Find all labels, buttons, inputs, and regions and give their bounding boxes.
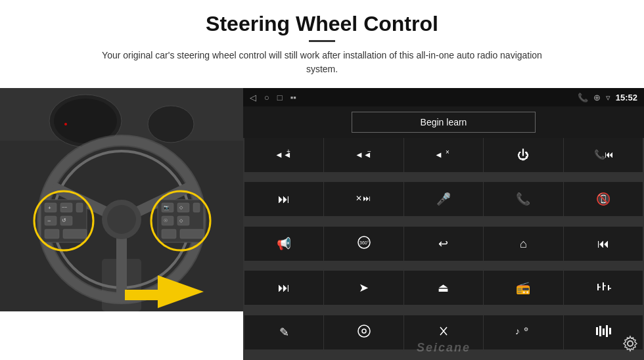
- page-title: Steering Wheel Control: [39, 12, 605, 36]
- mute-icon: ◄ ×: [434, 147, 453, 164]
- svg-text:+: +: [287, 148, 290, 155]
- back-cell[interactable]: ↩: [404, 227, 483, 261]
- phone-call-icon: 📞: [516, 193, 530, 205]
- eq-icon: [595, 281, 611, 296]
- home-icon: ⌂: [520, 238, 527, 250]
- content-section: + ~~ − ↺ 📷 ◇: [0, 88, 644, 360]
- recents-nav-icon[interactable]: □: [277, 93, 283, 102]
- steering-wheel-panel: + ~~ − ↺ 📷 ◇: [0, 88, 243, 311]
- svg-text:⚙: ⚙: [524, 326, 528, 332]
- mic-cell[interactable]: 🎤: [404, 182, 483, 216]
- bars-icon: [595, 325, 611, 340]
- bluetooth-cell[interactable]: [404, 315, 483, 349]
- home-cell[interactable]: ⌂: [484, 227, 563, 261]
- svg-rect-65: [596, 327, 598, 335]
- steering-bg: + ~~ − ↺ 📷 ◇: [0, 88, 243, 311]
- svg-text:−: −: [367, 148, 371, 155]
- svg-point-4: [64, 123, 67, 125]
- fast-fwd-icon: ⏭: [278, 282, 290, 294]
- svg-text:⏮: ⏮: [605, 149, 612, 160]
- vol-up-icon: ◄◄ +: [275, 147, 293, 164]
- hang-up-cell[interactable]: 📵: [564, 182, 643, 216]
- vol-up-cell[interactable]: ◄◄ +: [244, 138, 323, 172]
- svg-rect-67: [603, 328, 605, 335]
- skip-back-icon: ⏮: [597, 238, 609, 250]
- svg-rect-25: [45, 229, 59, 238]
- begin-learn-button[interactable]: Begin learn: [352, 112, 536, 133]
- speaker-icon: 📢: [277, 238, 291, 250]
- svg-rect-68: [606, 325, 608, 337]
- navigate-cell[interactable]: ➤: [324, 271, 403, 305]
- svg-rect-20: [76, 203, 83, 212]
- bluetooth-icon: [438, 324, 449, 340]
- svg-text:♪: ♪: [515, 326, 520, 336]
- back-icon: ↩: [438, 238, 448, 250]
- svg-point-62: [362, 329, 366, 333]
- music-cell[interactable]: ♪ ⚙: [484, 315, 563, 349]
- svg-point-70: [628, 341, 633, 346]
- back-nav-icon[interactable]: ◁: [250, 93, 256, 102]
- pen-icon: ✎: [279, 326, 289, 338]
- eject-cell[interactable]: ⏏: [404, 271, 483, 305]
- page-container: Steering Wheel Control Your original car…: [0, 0, 644, 360]
- svg-rect-38: [180, 229, 204, 238]
- power-cell[interactable]: ⏻: [484, 138, 563, 172]
- svg-text:+: +: [48, 205, 51, 211]
- svg-rect-26: [63, 229, 87, 238]
- title-divider: [309, 40, 335, 42]
- svg-text:⏭: ⏭: [363, 194, 371, 203]
- navigate-icon: ➤: [359, 282, 369, 294]
- svg-text:360°: 360°: [359, 240, 369, 245]
- phone-cell[interactable]: 📞: [484, 182, 563, 216]
- wifi-icon: ▿: [606, 93, 610, 102]
- status-bar-right: 📞 ⊕ ▿ 15:52: [578, 93, 637, 102]
- vol-down-cell[interactable]: ◄◄ −: [324, 138, 403, 172]
- svg-text:~~: ~~: [62, 205, 67, 210]
- prev-track-icon: 📞 ⏮: [594, 147, 612, 164]
- status-bar-left: ◁ ○ □ ▪▪: [250, 93, 296, 102]
- home-nav-icon[interactable]: ○: [264, 93, 269, 102]
- skip-back-cell[interactable]: ⏮: [564, 227, 643, 261]
- skip-fwd-cell[interactable]: ⏭: [244, 182, 323, 216]
- svg-text:✕: ✕: [356, 194, 362, 203]
- music-icon: ♪ ⚙: [515, 324, 531, 340]
- control-grid: ◄◄ + ◄◄ −: [243, 138, 644, 360]
- svg-rect-66: [599, 326, 601, 336]
- 360-icon: 360°: [353, 235, 375, 252]
- svg-point-61: [358, 325, 370, 337]
- svg-text:📷: 📷: [164, 204, 170, 210]
- pen-cell[interactable]: ✎: [244, 315, 323, 349]
- eq-cell[interactable]: [564, 271, 643, 305]
- fast-fwd-cell[interactable]: ⏭: [244, 271, 323, 305]
- settings-sub-icon: [357, 324, 371, 340]
- eject-icon: ⏏: [438, 282, 449, 294]
- android-panel: ◁ ○ □ ▪▪ 📞 ⊕ ▿ 15:52 Begin learn: [243, 88, 644, 360]
- svg-rect-37: [162, 229, 176, 238]
- power-icon: ⏻: [517, 149, 529, 161]
- radio-cell[interactable]: 📻: [484, 271, 563, 305]
- ff-icon: ✕ ⏭: [355, 191, 373, 208]
- svg-text:−: −: [47, 217, 51, 224]
- signal-icon: ▪▪: [290, 93, 296, 102]
- svg-rect-42: [125, 290, 159, 300]
- speaker-cell[interactable]: 📢: [244, 227, 323, 261]
- header-section: Steering Wheel Control Your original car…: [0, 0, 644, 83]
- settings-gear-icon[interactable]: [622, 335, 639, 356]
- settings-sub-cell[interactable]: [324, 315, 403, 349]
- radio-icon: 📻: [516, 282, 530, 294]
- 360-cell[interactable]: 360°: [324, 227, 403, 261]
- skip-fwd-icon: ⏭: [278, 193, 290, 205]
- ff-cell[interactable]: ✕ ⏭: [324, 182, 403, 216]
- svg-point-14: [107, 205, 136, 234]
- prev-track-cell[interactable]: 📞 ⏮: [564, 138, 643, 172]
- phone-icon: 📞: [578, 93, 588, 102]
- svg-rect-69: [609, 328, 611, 334]
- svg-point-5: [148, 106, 194, 143]
- svg-text:☉: ☉: [164, 218, 168, 223]
- hang-up-icon: 📵: [596, 193, 610, 205]
- location-icon: ⊕: [593, 93, 601, 102]
- mute-cell[interactable]: ◄ ×: [404, 138, 483, 172]
- status-bar: ◁ ○ □ ▪▪ 📞 ⊕ ▿ 15:52: [243, 88, 644, 106]
- svg-rect-32: [193, 203, 200, 212]
- begin-learn-row: Begin learn: [243, 106, 644, 138]
